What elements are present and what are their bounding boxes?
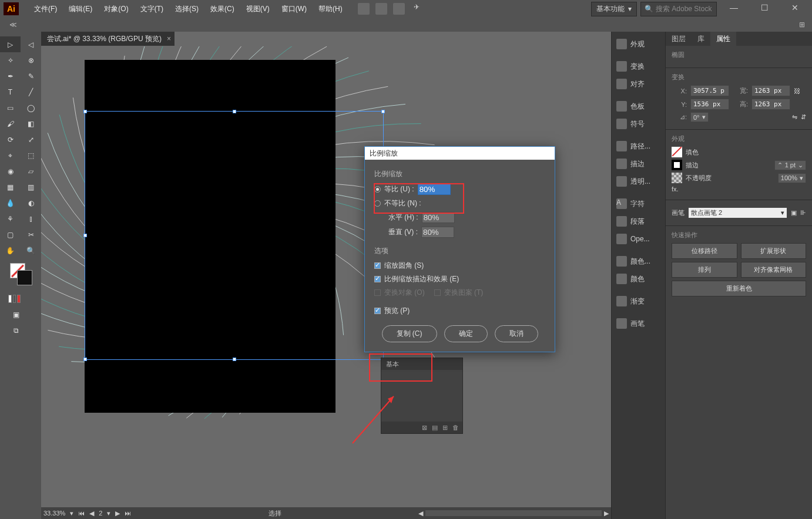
line-tool[interactable]: ╱ [21, 84, 41, 100]
fill-stroke-swatches[interactable] [10, 263, 31, 292]
menu-window[interactable]: 窗口(W) [277, 2, 311, 16]
close-button[interactable]: ✕ [781, 3, 808, 15]
eyedropper-tool[interactable]: 💧 [0, 195, 21, 211]
width-tool[interactable]: ⌖ [0, 147, 21, 163]
handle-nw[interactable] [83, 110, 87, 113]
dock-symbols[interactable]: 符号 [613, 115, 664, 133]
brush-tool[interactable]: 🖌 [0, 116, 21, 132]
cancel-button[interactable]: 取消 [495, 325, 538, 342]
copy-button[interactable]: 复制 (C) [382, 325, 437, 342]
free-transform-tool[interactable]: ⬚ [21, 147, 41, 163]
scroll-left-icon[interactable]: ◀ [416, 510, 425, 517]
blend-tool[interactable]: ◐ [21, 195, 41, 211]
hand-tool[interactable]: ✋ [0, 242, 21, 258]
direct-selection-tool[interactable]: ◁ [21, 36, 41, 52]
arrange-icon[interactable] [393, 3, 405, 15]
dock-character[interactable]: A字符 [613, 195, 664, 213]
zoom-tool[interactable]: 🔍 [21, 242, 41, 258]
minimize-button[interactable]: — [720, 3, 747, 15]
w-field[interactable]: 1263 px [751, 85, 790, 96]
opacity-field[interactable]: 100% ▾ [778, 173, 806, 183]
slice-tool[interactable]: ✂ [21, 227, 41, 242]
tab-properties[interactable]: 属性 [710, 32, 736, 46]
dock-transform[interactable]: 变换 [613, 58, 664, 75]
bridge-icon[interactable] [358, 3, 370, 15]
brush-dropdown[interactable]: 散点画笔 2▾ [688, 207, 787, 218]
menu-help[interactable]: 帮助(H) [314, 2, 347, 16]
h-field[interactable]: 1263 px [751, 99, 790, 110]
scale-tool[interactable]: ⤢ [21, 132, 41, 147]
mini-tab[interactable]: 基本 [381, 358, 404, 370]
horiz-input[interactable] [422, 212, 455, 223]
menu-file[interactable]: 文件(F) [29, 2, 62, 16]
scale-corners-checkbox[interactable] [374, 262, 381, 269]
scroll-right-icon[interactable]: ▶ [602, 510, 611, 517]
offset-path-button[interactable]: 位移路径 [672, 243, 737, 259]
x-field[interactable]: 3057.5 p [690, 85, 729, 96]
tab-libraries[interactable]: 库 [692, 32, 710, 46]
menu-edit[interactable]: 编辑(E) [64, 2, 97, 16]
rotate-tool[interactable]: ⟳ [0, 132, 21, 147]
ellipse-tool[interactable]: ◯ [21, 100, 41, 116]
document-tab[interactable]: 尝试.ai* @ 33.33% (RGB/GPU 预览)× [41, 32, 175, 46]
handle-w[interactable] [83, 234, 87, 237]
lasso-tool[interactable]: ⊗ [21, 52, 41, 68]
symbol-tool[interactable]: ⚘ [0, 211, 21, 227]
preview-checkbox[interactable] [374, 308, 381, 314]
hscrollbar[interactable] [425, 510, 602, 516]
artboard-num[interactable]: 2 [96, 510, 105, 517]
dock-opentype[interactable]: Ope... [613, 230, 664, 248]
type-tool[interactable]: T [0, 84, 21, 100]
workspace-dropdown[interactable]: 基本功能▾ [591, 2, 637, 16]
scale-strokes-checkbox[interactable] [374, 276, 381, 282]
curvature-tool[interactable]: ✎ [21, 68, 41, 84]
mp-icon3[interactable]: ⊞ [442, 424, 448, 432]
selection-tool[interactable]: ▷ [0, 36, 21, 52]
nonuniform-radio[interactable] [374, 200, 381, 207]
flip-h-icon[interactable]: ⇋ [792, 113, 797, 121]
dock-appearance[interactable]: 外观 [613, 35, 664, 53]
mp-icon[interactable]: ⊠ [422, 424, 427, 432]
close-tab-icon[interactable]: × [167, 32, 171, 46]
edit-mode-icon[interactable]: ⧉ [6, 322, 26, 338]
dock-colorguide[interactable]: 颜色... [613, 252, 664, 270]
rectangle-tool[interactable]: ▭ [0, 100, 21, 116]
handle-n[interactable] [233, 110, 236, 113]
magic-wand-tool[interactable]: ✧ [0, 52, 21, 68]
dock-align[interactable]: 对齐 [613, 75, 664, 93]
uniform-radio[interactable] [374, 186, 381, 193]
rotate-field[interactable]: 0°▾ [690, 112, 709, 122]
dock-transparency[interactable]: 透明... [613, 173, 664, 190]
tab-layers[interactable]: 图层 [666, 32, 692, 46]
gradient-mode-icon[interactable] [13, 295, 16, 303]
expand-right-icon[interactable]: ⊞ [799, 21, 805, 29]
dock-paragraph[interactable]: 段落 [613, 213, 664, 230]
dock-brushes[interactable]: 画笔 [613, 315, 664, 332]
handle-s[interactable] [233, 358, 236, 361]
expand-shape-button[interactable]: 扩展形状 [741, 243, 807, 259]
menu-select[interactable]: 选择(S) [170, 2, 203, 16]
pixel-align-button[interactable]: 对齐像素网格 [741, 262, 807, 278]
opacity-swatch[interactable] [672, 173, 682, 183]
fill-swatch[interactable] [672, 147, 682, 157]
dock-color[interactable]: 颜色 [613, 270, 664, 288]
menu-effect[interactable]: 效果(C) [206, 2, 239, 16]
maximize-button[interactable]: ☐ [751, 3, 778, 15]
menu-object[interactable]: 对象(O) [99, 2, 133, 16]
menu-type[interactable]: 文字(T) [136, 2, 168, 16]
eraser-tool[interactable]: ◧ [21, 116, 41, 132]
stock-search[interactable]: 🔍搜索 Adobe Stock [640, 2, 717, 16]
stroke-swatch[interactable] [672, 160, 682, 170]
link-icon[interactable]: ⛓ [794, 87, 800, 95]
expand-left-icon[interactable]: ≪ [9, 21, 17, 29]
brush-options-icon[interactable]: ⊪ [800, 209, 806, 217]
stock-icon[interactable] [375, 3, 387, 15]
dock-gradient[interactable]: 渐变 [613, 292, 664, 310]
menu-view[interactable]: 视图(V) [241, 2, 274, 16]
y-field[interactable]: 1536 px [690, 99, 729, 110]
vert-input[interactable] [421, 227, 454, 238]
mesh-tool[interactable]: ▦ [0, 179, 21, 195]
color-mode-icon[interactable] [8, 295, 12, 303]
zoom-level[interactable]: 33.33% [41, 510, 68, 517]
shape-builder-tool[interactable]: ◉ [0, 163, 21, 179]
